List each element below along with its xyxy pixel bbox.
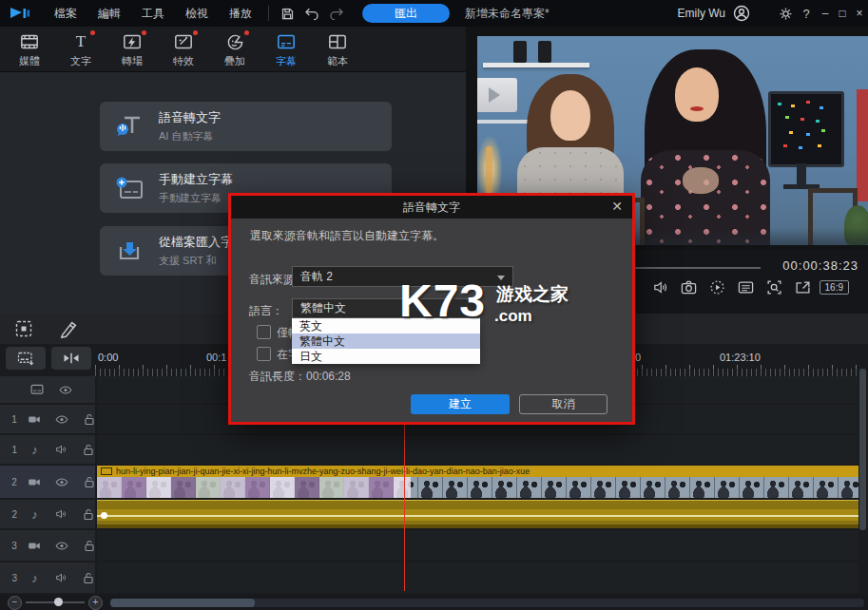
video-track-3-lane[interactable] bbox=[97, 530, 858, 561]
powerdirector-window: 檔案 編輯 工具 檢視 播放 匯出 新增未命名專案* Emily Wu ? – … bbox=[0, 0, 868, 610]
import-file-icon bbox=[100, 238, 159, 264]
tab-text[interactable]: T 文字 bbox=[55, 27, 106, 71]
help-button[interactable]: ? bbox=[796, 4, 817, 23]
audio-track-2-header[interactable]: 2 ♪ bbox=[0, 500, 95, 528]
zoom-select-icon[interactable] bbox=[765, 278, 782, 295]
language-option-english[interactable]: 英文 bbox=[292, 318, 480, 334]
audio-track-2-lane[interactable] bbox=[97, 500, 858, 528]
audio-clip[interactable] bbox=[97, 500, 858, 528]
dialog-close-icon[interactable]: ✕ bbox=[611, 199, 623, 214]
video-camera-icon bbox=[28, 412, 41, 427]
split-clip-button[interactable] bbox=[51, 347, 91, 370]
render-preview-icon[interactable] bbox=[708, 278, 725, 295]
eye-icon[interactable] bbox=[55, 412, 68, 427]
zoom-in-button[interactable]: + bbox=[88, 596, 103, 610]
horizontal-scrollbar[interactable] bbox=[110, 599, 864, 607]
speech-to-text-dialog: 語音轉文字 ✕ 選取來源音軌和語言以自動建立字幕。 音訊來源： 音軌 2 語言：… bbox=[228, 193, 635, 425]
add-subtitle-button[interactable] bbox=[6, 347, 46, 370]
title-bar: 檔案 編輯 工具 檢視 播放 匯出 新增未命名專案* Emily Wu ? – … bbox=[0, 0, 868, 27]
menu-file[interactable]: 檔案 bbox=[44, 6, 87, 22]
clip-filmstrip-wedding-section bbox=[97, 477, 411, 498]
lock-icon[interactable] bbox=[83, 571, 95, 585]
audio-duration-label: 音訊長度： bbox=[249, 370, 306, 383]
zoom-slider-thumb[interactable] bbox=[54, 598, 63, 606]
timeline-zoom-slider[interactable] bbox=[26, 601, 85, 603]
vertical-scrollbar-thumb[interactable] bbox=[859, 369, 866, 530]
razor-pen-icon[interactable] bbox=[53, 317, 86, 340]
undo-icon[interactable] bbox=[299, 5, 324, 22]
card-title: 從檔案匯入字 bbox=[159, 234, 233, 251]
aspect-ratio-badge[interactable]: 16:9 bbox=[820, 280, 849, 295]
eye-icon[interactable] bbox=[58, 383, 72, 397]
vertical-scrollbar[interactable] bbox=[859, 369, 866, 610]
undock-preview-icon[interactable] bbox=[794, 278, 811, 295]
horizontal-scrollbar-thumb[interactable] bbox=[110, 599, 255, 607]
selected-video-clip[interactable]: hun-li-ying-pian-jian-ji-quan-jie-xi-xi-… bbox=[97, 466, 858, 477]
dialog-title-bar[interactable]: 語音轉文字 bbox=[231, 196, 632, 219]
user-name[interactable]: Emily Wu bbox=[678, 7, 725, 20]
volume-keyframe-dot[interactable] bbox=[101, 512, 107, 519]
lock-icon[interactable] bbox=[83, 412, 95, 427]
language-option-japanese[interactable]: 日文 bbox=[292, 349, 480, 364]
tab-overlay[interactable]: 疊加 bbox=[209, 27, 260, 71]
create-button[interactable]: 建立 bbox=[411, 394, 510, 414]
video-track-2-lane[interactable]: hun-li-ying-pian-jian-ji-quan-jie-xi-xi-… bbox=[97, 466, 858, 498]
speaker-icon[interactable] bbox=[55, 571, 68, 585]
volume-rubber-band[interactable] bbox=[97, 515, 858, 517]
eye-icon[interactable] bbox=[55, 539, 68, 553]
audio-track-1-lane[interactable] bbox=[97, 435, 858, 464]
snapshot-camera-icon[interactable] bbox=[680, 278, 697, 295]
tab-media[interactable]: 媒體 bbox=[4, 27, 55, 71]
volume-icon[interactable] bbox=[651, 278, 668, 295]
user-avatar-icon[interactable] bbox=[733, 5, 750, 22]
settings-gear-icon[interactable] bbox=[775, 4, 796, 23]
lock-icon[interactable] bbox=[83, 539, 95, 553]
tab-transition[interactable]: 轉場 bbox=[106, 27, 158, 71]
lock-icon[interactable] bbox=[83, 475, 95, 489]
audio-duration: 音訊長度：00:06:28 bbox=[249, 369, 351, 385]
zoom-out-button[interactable]: − bbox=[8, 596, 22, 610]
cancel-button[interactable]: 取消 bbox=[519, 394, 608, 414]
tab-subtitles[interactable]: 字幕 bbox=[260, 27, 312, 71]
video-track-2-header[interactable]: 2 bbox=[0, 466, 95, 498]
eye-icon[interactable] bbox=[55, 475, 68, 489]
menu-play[interactable]: 播放 bbox=[219, 6, 262, 22]
audio-clip-edge bbox=[97, 500, 858, 501]
new-badge-dot bbox=[244, 30, 249, 35]
subtitle-option-checkbox[interactable] bbox=[257, 347, 271, 361]
lock-icon[interactable] bbox=[83, 507, 95, 522]
display-options-icon[interactable] bbox=[737, 278, 754, 295]
menu-view[interactable]: 檢視 bbox=[175, 6, 219, 22]
menu-edit[interactable]: 編輯 bbox=[87, 6, 131, 22]
ruler-label: 00:1 bbox=[206, 352, 226, 363]
maximize-button[interactable]: □ bbox=[834, 7, 851, 20]
audio-track-1-header[interactable]: 1 ♪ bbox=[0, 435, 95, 464]
speaker-icon[interactable] bbox=[55, 443, 68, 457]
lock-icon[interactable] bbox=[83, 443, 95, 457]
video-camera-icon bbox=[28, 475, 41, 489]
audio-track-3-lane[interactable] bbox=[97, 562, 858, 593]
export-button[interactable]: 匯出 bbox=[362, 4, 450, 23]
room-tab-bar: 媒體 T 文字 轉場 特效 疊加 字幕 範本 bbox=[0, 27, 466, 72]
tab-label: 文字 bbox=[55, 54, 106, 68]
audio-track-3-header[interactable]: 3 ♪ bbox=[0, 562, 95, 593]
subtitle-track-header[interactable] bbox=[0, 376, 95, 403]
range-select-icon[interactable] bbox=[8, 317, 40, 340]
language-select[interactable]: 繁體中文 bbox=[292, 298, 480, 318]
transcribe-only-checkbox[interactable] bbox=[257, 325, 271, 339]
save-icon[interactable] bbox=[275, 5, 299, 22]
tab-templates[interactable]: 範本 bbox=[312, 27, 363, 71]
close-button[interactable]: × bbox=[851, 7, 868, 20]
menu-tools[interactable]: 工具 bbox=[131, 6, 175, 22]
language-option-traditional-chinese[interactable]: 繁體中文 bbox=[292, 334, 480, 349]
tab-effects[interactable]: 特效 bbox=[158, 27, 209, 71]
video-track-3-header[interactable]: 3 bbox=[0, 530, 95, 561]
speech-to-text-card[interactable]: 語音轉文字 AI 自動字幕 bbox=[100, 102, 392, 151]
redo-icon[interactable] bbox=[324, 5, 349, 22]
video-track-1-header[interactable]: 1 bbox=[0, 405, 95, 433]
speaker-icon[interactable] bbox=[55, 507, 68, 522]
tab-label: 字幕 bbox=[260, 54, 312, 68]
audio-source-select[interactable]: 音軌 2 bbox=[292, 266, 513, 287]
track-row: 2 ♪ bbox=[0, 500, 868, 528]
minimize-button[interactable]: – bbox=[817, 7, 834, 20]
